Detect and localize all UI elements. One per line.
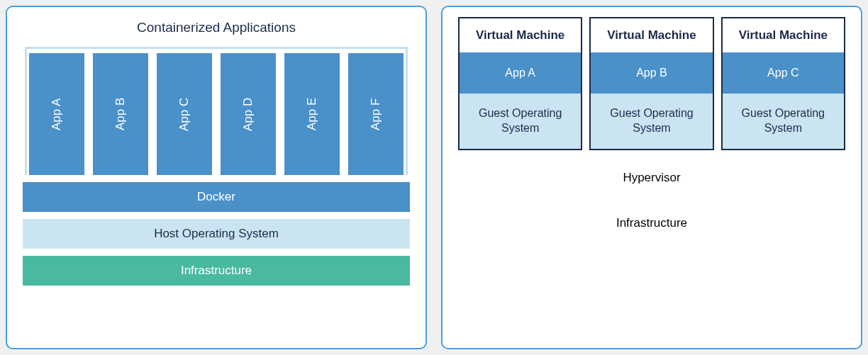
containers-title: Containerized Applications: [23, 20, 410, 35]
vm-box-c: Virtual Machine App C Guest Operating Sy…: [721, 17, 845, 150]
hypervisor-layer: Hypervisor: [458, 160, 845, 196]
host-os-layer: Host Operating System: [23, 219, 410, 249]
vm-guest-b: Guest Operating System: [591, 94, 712, 149]
vm-guest-a: Guest Operating System: [460, 94, 581, 149]
vm-title-c: Virtual Machine: [723, 18, 844, 52]
apps-bracket: App A App B App C App D App E App F: [25, 47, 408, 175]
vm-row: Virtual Machine App A Guest Operating Sy…: [458, 17, 845, 150]
vms-panel: Virtual Machine App A Guest Operating Sy…: [441, 6, 862, 349]
vm-guest-c: Guest Operating System: [723, 94, 844, 149]
apps-row: App A App B App C App D App E App F: [29, 53, 404, 175]
app-box-b: App B: [93, 53, 148, 175]
vm-app-b: App B: [591, 52, 712, 94]
containers-panel: Containerized Applications App A App B A…: [6, 6, 427, 349]
app-box-a: App A: [29, 53, 84, 175]
app-box-c: App C: [157, 53, 212, 175]
vm-title-a: Virtual Machine: [460, 18, 581, 52]
diagram-container: Containerized Applications App A App B A…: [6, 6, 862, 349]
vm-app-c: App C: [723, 52, 844, 94]
vm-box-a: Virtual Machine App A Guest Operating Sy…: [458, 17, 582, 150]
app-box-e: App E: [284, 53, 340, 175]
app-box-f: App F: [348, 53, 404, 175]
vm-box-b: Virtual Machine App B Guest Operating Sy…: [589, 17, 713, 150]
infrastructure-layer-right: Infrastructure: [458, 205, 845, 241]
docker-layer: Docker: [23, 182, 410, 212]
infrastructure-layer-left: Infrastructure: [23, 256, 410, 286]
vm-title-b: Virtual Machine: [591, 18, 712, 52]
app-box-d: App D: [221, 53, 276, 175]
vm-app-a: App A: [460, 52, 581, 94]
